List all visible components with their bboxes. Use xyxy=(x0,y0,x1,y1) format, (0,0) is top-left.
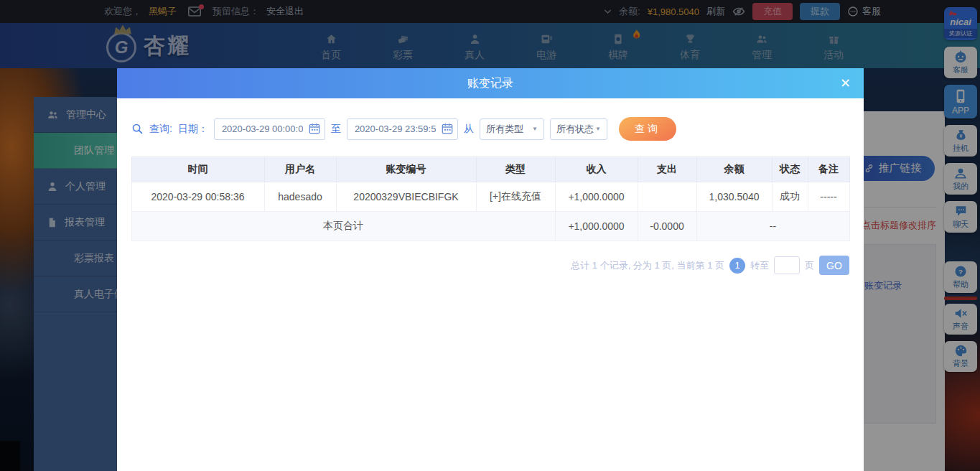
go-button[interactable]: GO xyxy=(819,256,849,275)
col-type: 类型 xyxy=(476,157,555,182)
col-expense: 支出 xyxy=(638,157,696,182)
status-select[interactable]: 所有状态 ▼ xyxy=(550,118,607,140)
cell-username: hadesado xyxy=(264,182,336,212)
page-unit-label: 页 xyxy=(805,259,814,272)
calendar-icon[interactable] xyxy=(309,123,320,134)
col-balance: 余额 xyxy=(696,157,772,182)
col-change-no: 账变编号 xyxy=(336,157,476,182)
col-remark: 备注 xyxy=(808,157,849,182)
query-button[interactable]: 查询 xyxy=(619,117,676,141)
calendar-icon[interactable] xyxy=(442,123,453,134)
cell-expense xyxy=(638,182,696,212)
page-number-button[interactable]: 1 xyxy=(729,258,745,274)
cell-income: +1,000.0000 xyxy=(555,182,638,212)
cell-time: 2020-03-29 00:58:36 xyxy=(131,182,264,212)
date-label: 日期： xyxy=(178,123,208,136)
from-label: 从 xyxy=(464,123,474,136)
modal-title: 账变记录 xyxy=(467,76,513,91)
col-income: 收入 xyxy=(555,157,638,182)
cell-status: 成功 xyxy=(772,182,808,212)
summary-label: 本页合计 xyxy=(131,212,555,241)
goto-page-input[interactable] xyxy=(774,256,800,274)
chevron-down-icon: ▼ xyxy=(595,126,601,132)
search-icon xyxy=(131,123,144,135)
goto-label: 转至 xyxy=(750,259,769,272)
summary-expense: -0.0000 xyxy=(638,212,696,241)
records-table: 时间 用户名 账变编号 类型 收入 支出 余额 状态 备注 2020-03-29… xyxy=(131,157,850,241)
query-label: 查询: xyxy=(149,123,172,136)
to-label: 至 xyxy=(331,123,341,136)
summary-balance: -- xyxy=(696,212,849,241)
account-change-modal: 账变记录 ✕ 查询: 日期： 至 从 所有类型 ▼ 所有状态 ▼ 查询 xyxy=(117,68,864,471)
close-icon[interactable]: ✕ xyxy=(840,77,851,90)
table-row: 2020-03-29 00:58:36 hadesado 20200329VBI… xyxy=(131,182,849,212)
table-header-row: 时间 用户名 账变编号 类型 收入 支出 余额 状态 备注 xyxy=(131,157,849,182)
type-select[interactable]: 所有类型 ▼ xyxy=(480,118,544,140)
table-summary-row: 本页合计 +1,000.0000 -0.0000 -- xyxy=(131,212,849,241)
col-username: 用户名 xyxy=(264,157,336,182)
col-status: 状态 xyxy=(772,157,808,182)
summary-income: +1,000.0000 xyxy=(555,212,638,241)
cell-change-no: 20200329VBIECBIFGK xyxy=(336,182,476,212)
cell-remark: ----- xyxy=(808,182,849,212)
modal-header: 账变记录 ✕ xyxy=(117,68,864,98)
search-form: 查询: 日期： 至 从 所有类型 ▼ 所有状态 ▼ 查询 xyxy=(131,117,864,141)
cell-balance: 1,030.5040 xyxy=(696,182,772,212)
chevron-down-icon: ▼ xyxy=(532,126,538,132)
pagination-summary: 总计 1 个记录, 分为 1 页, 当前第 1 页 xyxy=(571,259,724,272)
pagination: 总计 1 个记录, 分为 1 页, 当前第 1 页 1 转至 页 GO xyxy=(117,256,849,275)
cell-type: [+]在线充值 xyxy=(476,182,555,212)
col-time: 时间 xyxy=(131,157,264,182)
